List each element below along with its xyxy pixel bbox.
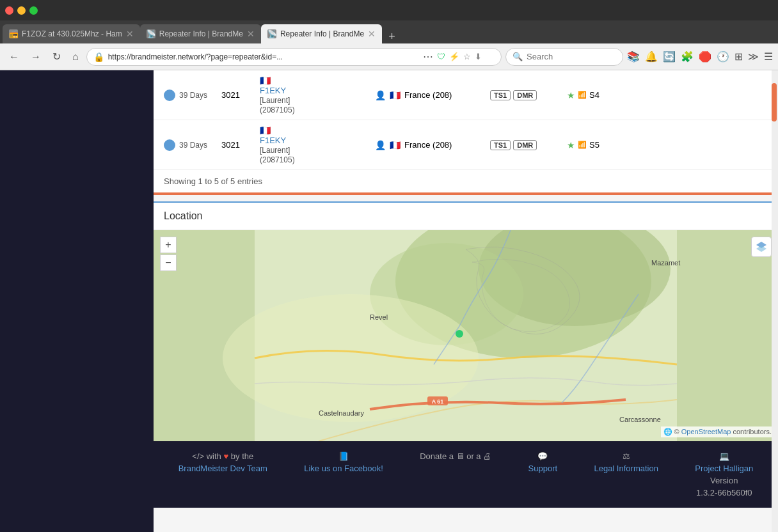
- url-text: https://brandmeister.network/?page=repea…: [108, 52, 419, 61]
- ts-badge-2: TS1: [490, 140, 511, 150]
- country-name-2: France (208): [404, 140, 452, 150]
- version-label: Version: [710, 476, 738, 485]
- svg-text:Castelnaudary: Castelnaudary: [319, 409, 364, 417]
- col-tg-2: 3021: [221, 140, 260, 150]
- adblock-icon[interactable]: 🛑: [699, 51, 711, 63]
- rating-value-2: S5: [589, 140, 599, 150]
- home-button[interactable]: ⌂: [68, 49, 83, 65]
- scrollbar-thumb[interactable]: [772, 83, 777, 121]
- menu-icon[interactable]: ☰: [764, 51, 773, 63]
- clock-icon[interactable]: 🕐: [717, 51, 729, 63]
- table-row: 39 Days 3021 🇫🇷 F1EKY [Laurent] (2087105…: [154, 120, 778, 170]
- footer-donate: Donate a 🖥 or a 🖨: [420, 451, 491, 461]
- col-badge-1: TS1 DMR: [490, 90, 567, 100]
- callsign-name-1: [Laurent]: [260, 96, 290, 105]
- rating-value-1: S4: [589, 90, 599, 100]
- footer-facebook: 📘 Like us on Facebook!: [304, 451, 383, 473]
- close-button[interactable]: [5, 6, 13, 15]
- project-link[interactable]: Project Halligan: [695, 464, 753, 473]
- star-icon-1: ★: [567, 90, 575, 100]
- new-tab-button[interactable]: +: [385, 30, 399, 43]
- footer-project: 💻 Project Halligan Version 1.3.2-66b560f…: [695, 451, 753, 497]
- brandmeister-devteam-link[interactable]: BrandMeister Dev Team: [179, 464, 267, 473]
- search-bar[interactable]: 🔍: [505, 48, 623, 66]
- bookmark-icon[interactable]: ☆: [463, 52, 471, 61]
- attribution-suffix: contributors.: [733, 428, 772, 435]
- support-icon: 💬: [537, 451, 548, 461]
- zoom-in-button[interactable]: +: [160, 237, 177, 253]
- maximize-button[interactable]: [29, 6, 38, 15]
- legal-link[interactable]: Legal Information: [594, 464, 658, 473]
- col-country-2: 👤 🇫🇷 France (208): [375, 140, 490, 150]
- back-button[interactable]: ←: [5, 49, 23, 65]
- col-callsign-2: 🇫🇷 F1EKY [Laurent] (2087105): [260, 125, 375, 164]
- legal-icon: ⚖: [623, 451, 630, 461]
- url-more-button[interactable]: ⋯: [423, 51, 433, 63]
- person-icon-1: 👤: [375, 90, 386, 100]
- github-icon: 💻: [719, 451, 729, 461]
- tab-title-3: Repeater Info | BrandMe: [280, 29, 364, 38]
- svg-text:Revel: Revel: [370, 313, 388, 321]
- svg-text:Carcassonne: Carcassonne: [619, 416, 661, 423]
- minimize-button[interactable]: [17, 6, 26, 15]
- extensions-icon[interactable]: 🧩: [681, 51, 694, 63]
- map-zoom-controls: + −: [160, 237, 177, 271]
- scrollbar-track[interactable]: [772, 70, 778, 532]
- sync-icon[interactable]: 🔄: [663, 51, 676, 63]
- zoom-out-button[interactable]: −: [160, 254, 177, 271]
- flag-icon-1: 🇫🇷: [260, 75, 271, 86]
- support-link[interactable]: Support: [528, 464, 558, 473]
- status-indicator-2: [164, 139, 175, 151]
- osm-link[interactable]: OpenStreetMap: [681, 428, 731, 435]
- tg-value-1: 3021: [221, 90, 240, 100]
- status-label-2: 39 Days: [179, 141, 207, 150]
- signal-icon-1: 📶: [578, 91, 587, 99]
- callsign-block-2: F1EKY [Laurent] (2087105): [260, 136, 375, 164]
- table-section: 39 Days 3021 🇫🇷 F1EKY [Laurent] (2087105…: [154, 70, 778, 195]
- map-layer-button[interactable]: [751, 237, 772, 257]
- tab-close-2[interactable]: ✕: [247, 29, 255, 39]
- grid-icon[interactable]: ⊞: [734, 51, 743, 63]
- tab-close-3[interactable]: ✕: [368, 29, 376, 39]
- forward-button[interactable]: →: [27, 49, 45, 65]
- callsign-block-1: F1EKY [Laurent] (2087105): [260, 86, 375, 114]
- notification-icon[interactable]: 🔔: [645, 51, 658, 63]
- lock-icon: 🔒: [93, 52, 104, 62]
- footer-support: 💬 Support: [528, 451, 558, 473]
- title-bar: [0, 0, 778, 20]
- url-bar[interactable]: 🔒 https://brandmeister.network/?page=rep…: [86, 48, 502, 66]
- tab-3[interactable]: 📡 Repeater Info | BrandMe ✕: [261, 24, 382, 43]
- map-container[interactable]: A 61 Mazamet Revel Castelnaudary Carcass…: [154, 230, 778, 441]
- donate-text: Donate a 🖥 or a 🖨: [420, 451, 491, 461]
- country-name-1: France (208): [404, 90, 452, 100]
- tab-bar: 📻 F1ZOZ at 430.025Mhz - Ham ✕ 📡 Repeater…: [0, 20, 778, 43]
- tab-close-1[interactable]: ✕: [126, 29, 134, 39]
- entries-text: Showing 1 to 5 of 5 entries: [164, 176, 262, 186]
- search-input[interactable]: [527, 52, 616, 61]
- table-row: 39 Days 3021 🇫🇷 F1EKY [Laurent] (2087105…: [154, 70, 778, 120]
- facebook-link[interactable]: Like us on Facebook!: [304, 464, 383, 473]
- callsign-id-1: (2087105): [260, 106, 295, 114]
- download-icon[interactable]: ⬇: [475, 52, 482, 61]
- browser-chrome: 📻 F1ZOZ at 430.025Mhz - Ham ✕ 📡 Repeater…: [0, 0, 778, 70]
- footer-legal: ⚖ Legal Information: [594, 451, 658, 473]
- pagination-info: Showing 1 to 5 of 5 entries: [154, 170, 778, 192]
- flag-icon-2: 🇫🇷: [260, 125, 271, 136]
- col-country-1: 👤 🇫🇷 France (208): [375, 90, 490, 100]
- orange-progress-bar: [154, 192, 778, 195]
- tab-2[interactable]: 📡 Repeater Info | BrandMe ✕: [140, 24, 261, 43]
- svg-text:Mazamet: Mazamet: [651, 259, 680, 267]
- osm-logo: 🌐: [663, 428, 672, 435]
- tab-favicon-3: 📡: [267, 29, 276, 38]
- reload-button[interactable]: ↻: [49, 48, 65, 65]
- tg-value-2: 3021: [221, 140, 240, 150]
- sidebar: [0, 70, 154, 532]
- callsign-name-2: [Laurent]: [260, 146, 290, 155]
- callsign-link-1[interactable]: F1EKY: [260, 86, 286, 95]
- more-icon[interactable]: ≫: [748, 51, 759, 63]
- star-icon-2: ★: [567, 140, 575, 150]
- library-icon[interactable]: 📚: [627, 51, 640, 63]
- svg-text:A 61: A 61: [432, 398, 444, 405]
- tab-1[interactable]: 📻 F1ZOZ at 430.025Mhz - Ham ✕: [3, 24, 140, 43]
- callsign-link-2[interactable]: F1EKY: [260, 136, 286, 145]
